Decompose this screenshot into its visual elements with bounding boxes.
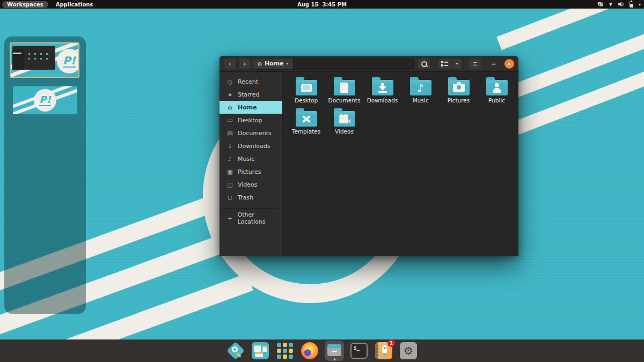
folder-icon (372, 80, 393, 95)
plus-icon: + (226, 215, 233, 222)
top-panel: Workspaces Applications Aug 15 3:45 PM ▼… (0, 0, 644, 9)
desktop: P! P! ‹ › ⌂ Home ▾ (0, 0, 644, 362)
folder-icon (296, 80, 317, 95)
mini-pop-logo: P! (34, 89, 56, 112)
breadcrumb-label: Home (265, 60, 284, 67)
sidebar-item-other-locations[interactable]: + Other Locations (219, 212, 282, 225)
minimize-button[interactable]: – (488, 60, 499, 68)
sidebar-item-home[interactable]: ⌂ Home (219, 101, 282, 114)
back-button[interactable]: ‹ (224, 58, 236, 70)
star-icon: ★ (226, 91, 233, 98)
folder-icon (334, 111, 355, 127)
dock-settings[interactable]: ⚙ (399, 341, 418, 361)
folder-videos[interactable]: Videos (325, 106, 363, 137)
dock-terminal[interactable]: $_ (349, 341, 369, 361)
folder-icon (448, 80, 470, 95)
home-icon: ⌂ (258, 60, 262, 67)
dock-files[interactable] (325, 341, 344, 361)
search-icon (421, 61, 427, 67)
folder-public[interactable]: Public (478, 75, 516, 106)
folder-documents[interactable]: Documents (325, 75, 363, 106)
picture-icon: ▣ (226, 168, 233, 175)
app-grid-icon (277, 343, 293, 359)
home-icon: ⌂ (226, 104, 233, 111)
terminal-icon: $_ (350, 343, 368, 359)
folder-desktop[interactable]: Desktop (287, 75, 325, 106)
sidebar-item-recent[interactable]: ◷ Recent (219, 75, 282, 88)
folder-templates[interactable]: Templates (287, 106, 325, 137)
clock-time[interactable]: 3:45 PM (322, 2, 347, 8)
workspaces-menu[interactable]: Workspaces (2, 1, 48, 8)
trash-icon: ⊔ (226, 194, 233, 201)
window-tiling-icon (252, 342, 269, 359)
update-badge: 1 (387, 339, 395, 347)
forward-button[interactable]: › (238, 58, 251, 70)
workspace-switcher: P! P! (4, 36, 86, 314)
music-note-icon: ♪ (226, 156, 233, 162)
workspace-thumbnail-1[interactable]: P! (10, 42, 79, 78)
file-manager-window: ‹ › ⌂ Home ▾ (219, 56, 518, 256)
pop-search-icon (228, 343, 244, 359)
network-icon: ▼ (609, 2, 612, 7)
dock: $_ 1 ⚙ (0, 339, 644, 362)
settings-gear-icon: ⚙ (400, 342, 417, 359)
mini-pop-logo: P! (57, 49, 79, 73)
folder-icon (296, 111, 317, 127)
applications-menu[interactable]: Applications (56, 2, 93, 8)
mini-window (12, 46, 55, 70)
files-icon (327, 344, 341, 357)
folder-icon (486, 80, 508, 95)
sidebar-item-pictures[interactable]: ▣ Pictures (219, 165, 282, 178)
sidebar-item-desktop[interactable]: ▭ Desktop (219, 114, 282, 127)
chevron-down-icon[interactable]: ▾ (287, 61, 289, 66)
dock-firefox[interactable] (300, 341, 319, 361)
dock-app-grid[interactable] (275, 341, 295, 361)
displays-icon (598, 2, 604, 7)
sidebar-divider (224, 208, 278, 209)
search-button[interactable] (417, 58, 430, 70)
headerbar: ‹ › ⌂ Home ▾ (219, 56, 518, 72)
clock-date[interactable]: Aug 15 (297, 2, 318, 8)
folder-downloads[interactable]: Downloads (363, 75, 401, 106)
battery-icon (630, 2, 633, 8)
firefox-icon (301, 342, 318, 359)
icon-view-button[interactable] (437, 58, 452, 70)
download-icon: ↧ (226, 143, 233, 150)
sidebar-item-music[interactable]: ♪ Music (219, 152, 282, 165)
folder-music[interactable]: ♪ Music (401, 75, 440, 106)
folder-grid: Desktop Documents Downloads ♪ Music Pict… (283, 72, 518, 256)
dock-pop-search[interactable] (226, 341, 245, 361)
menu-button[interactable]: ≡ (468, 58, 482, 70)
view-options-button[interactable]: ▾ (452, 58, 463, 70)
dock-window-tiling[interactable] (251, 341, 270, 361)
sidebar-item-videos[interactable]: ◫ Videos (219, 178, 282, 191)
sidebar-item-starred[interactable]: ★ Starred (219, 88, 282, 101)
view-toggle-group: ▾ (437, 58, 463, 70)
folder-icon (334, 80, 355, 95)
pop-shop-icon: 1 (375, 342, 392, 359)
system-tray[interactable]: ▼ ▾ (598, 0, 641, 9)
volume-icon (618, 1, 624, 8)
path-bar[interactable]: ⌂ Home ▾ (253, 58, 414, 70)
breadcrumb-home[interactable]: ⌂ Home ▾ (253, 58, 294, 69)
clock-icon: ◷ (226, 78, 233, 85)
sidebar-item-downloads[interactable]: ↧ Downloads (219, 139, 282, 152)
workspace-thumbnail-2[interactable]: P! (13, 86, 77, 114)
close-button[interactable]: × (504, 59, 514, 69)
dock-pop-shop[interactable]: 1 (374, 341, 393, 361)
grid-view-icon (441, 60, 449, 68)
document-icon: ▤ (226, 130, 233, 137)
folder-pictures[interactable]: Pictures (440, 75, 478, 106)
folder-icon: ♪ (410, 80, 431, 95)
video-icon: ◫ (226, 181, 233, 188)
desktop-icon: ▭ (226, 117, 233, 124)
sidebar-item-documents[interactable]: ▤ Documents (219, 127, 282, 139)
chevron-down-icon: ▾ (639, 2, 641, 7)
sidebar: ◷ Recent ★ Starred ⌂ Home ▭ Desktop ▤ (219, 72, 283, 256)
sidebar-item-trash[interactable]: ⊔ Trash (219, 191, 282, 204)
